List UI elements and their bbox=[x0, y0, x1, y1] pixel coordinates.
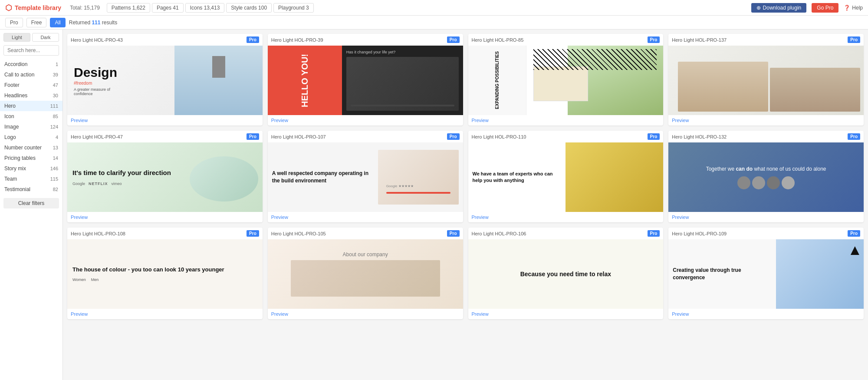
card-image-hol39: HELLO YOU! Has it changed your life yet? bbox=[268, 46, 463, 115]
badge-hol106: Pro bbox=[648, 230, 660, 237]
search-input[interactable] bbox=[3, 45, 59, 56]
sidebar-item-call-to-action[interactable]: Call to action 39 bbox=[0, 69, 62, 80]
preview-link-hol109[interactable]: Preview bbox=[668, 309, 864, 319]
card-header-hol110: Hero Light HOL-PRO-110 Pro bbox=[468, 131, 664, 142]
sidebar: Light Dark Accordion 1 Call to action 39… bbox=[0, 30, 63, 380]
badge-hol108: Pro bbox=[247, 230, 259, 237]
card-image-hol137 bbox=[668, 46, 864, 115]
hol107-headline: A well respected company operating in th… bbox=[272, 170, 375, 185]
sidebar-item-logo[interactable]: Logo 4 bbox=[0, 132, 62, 142]
preview-link-hol85[interactable]: Preview bbox=[468, 115, 664, 126]
light-mode-button[interactable]: Light bbox=[3, 33, 30, 42]
card-header-hol47: Hero Light HOL-PRO-47 Pro bbox=[67, 131, 263, 142]
card-hol137: Hero Light HOL-PRO-137 Pro Preview bbox=[668, 34, 864, 126]
content-area: Hero Light HOL-PRO-43 Pro Design #freedo… bbox=[63, 30, 868, 380]
card-hol106: Hero Light HOL-PRO-106 Pro Because you n… bbox=[468, 228, 664, 319]
sidebar-item-number-counter[interactable]: Number counter 13 bbox=[0, 142, 62, 153]
tab-style-cards[interactable]: Style cards 100 bbox=[226, 3, 272, 13]
badge-hol110: Pro bbox=[648, 133, 660, 140]
card-header-hol108: Hero Light HOL-PRO-108 Pro bbox=[67, 228, 263, 239]
preview-link-hol107[interactable]: Preview bbox=[268, 212, 463, 222]
card-header-hol106: Hero Light HOL-PRO-106 Pro bbox=[468, 228, 664, 239]
results-label: Returned 111 results bbox=[69, 20, 117, 26]
download-plugin-button[interactable]: ⊕ Download plugin bbox=[751, 3, 807, 13]
sidebar-item-footer[interactable]: Footer 47 bbox=[0, 80, 62, 90]
tab-icons[interactable]: Icons 13,413 bbox=[185, 3, 225, 13]
preview-link-hol106[interactable]: Preview bbox=[468, 309, 664, 319]
preview-link-hol47[interactable]: Preview bbox=[67, 212, 263, 222]
badge-hol47: Pro bbox=[247, 133, 259, 140]
filter-all-button[interactable]: All bbox=[50, 18, 65, 27]
dark-mode-button[interactable]: Dark bbox=[32, 33, 59, 42]
card-hol132: Hero Light HOL-PRO-132 Pro Together we c… bbox=[668, 131, 864, 222]
card-title-hol105: Hero Light HOL-PRO-105 bbox=[271, 231, 326, 236]
card-title-hol39: Hero Light HOL-PRO-39 bbox=[271, 37, 323, 43]
preview-link-hol137[interactable]: Preview bbox=[668, 115, 864, 126]
logo-icon: ⬡ bbox=[5, 3, 12, 13]
sidebar-item-testimonial[interactable]: Testimonial 82 bbox=[0, 184, 62, 195]
sidebar-item-hero[interactable]: Hero 111 bbox=[0, 101, 62, 111]
tab-playground[interactable]: Playground 3 bbox=[273, 3, 314, 13]
help-icon: ❓ bbox=[844, 5, 850, 11]
card-header-hol85: Hero Light HOL-PRO-85 Pro bbox=[468, 34, 664, 46]
card-hol43: Hero Light HOL-PRO-43 Pro Design #freedo… bbox=[67, 34, 263, 126]
card-hol85: Hero Light HOL-PRO-85 Pro EXPANDING POSS… bbox=[468, 34, 664, 126]
top-bar: ⬡ Template library Total: 15,179 Pattern… bbox=[0, 0, 868, 16]
card-title-hol107: Hero Light HOL-PRO-107 bbox=[271, 134, 326, 139]
card-hol109: Hero Light HOL-PRO-109 Pro Creating valu… bbox=[668, 228, 864, 319]
badge-hol137: Pro bbox=[848, 36, 860, 43]
card-hol47: Hero Light HOL-PRO-47 Pro It's time to c… bbox=[67, 131, 263, 222]
card-header-hol107: Hero Light HOL-PRO-107 Pro bbox=[268, 131, 463, 142]
badge-hol39: Pro bbox=[447, 36, 460, 43]
sidebar-item-accordion[interactable]: Accordion 1 bbox=[0, 59, 62, 69]
hol108-headline: The house of colour - you too can look 1… bbox=[72, 266, 224, 274]
preview-link-hol39[interactable]: Preview bbox=[268, 115, 463, 126]
preview-link-hol43[interactable]: Preview bbox=[67, 115, 263, 126]
hol43-figure bbox=[212, 56, 225, 78]
preview-link-hol132[interactable]: Preview bbox=[668, 212, 864, 222]
sidebar-item-image[interactable]: Image 124 bbox=[0, 122, 62, 132]
badge-hol107: Pro bbox=[447, 133, 460, 140]
hol47-headline: It's time to clarify your direction bbox=[72, 169, 171, 177]
card-title-hol106: Hero Light HOL-PRO-106 bbox=[472, 231, 526, 236]
hol106-headline: Because you need time to relax bbox=[473, 270, 658, 278]
card-image-hol109: Creating value through true convergence bbox=[668, 239, 864, 309]
preview-link-hol110[interactable]: Preview bbox=[468, 212, 664, 222]
card-image-hol105: About our company bbox=[268, 239, 463, 309]
card-title-hol110: Hero Light HOL-PRO-110 bbox=[472, 134, 526, 139]
hol105-headline: About our company bbox=[343, 251, 388, 258]
card-title-hol108: Hero Light HOL-PRO-108 bbox=[71, 231, 125, 236]
tab-patterns[interactable]: Patterns 1,622 bbox=[107, 3, 150, 13]
card-image-hol43: Design #freedom A greater measure ofconf… bbox=[67, 46, 263, 115]
card-hol110: Hero Light HOL-PRO-110 Pro We have a tea… bbox=[468, 131, 664, 222]
go-pro-button[interactable]: Go Pro bbox=[812, 3, 838, 13]
card-title-hol137: Hero Light HOL-PRO-137 bbox=[672, 37, 727, 43]
sidebar-item-headlines[interactable]: Headlines 30 bbox=[0, 90, 62, 101]
hol132-headline: Together we can do what none of us could… bbox=[706, 165, 826, 173]
hol39-headline: HELLO YOU! bbox=[300, 54, 309, 107]
badge-hol43: Pro bbox=[247, 36, 259, 43]
nav-tabs: Patterns 1,622 Pages 41 Icons 13,413 Sty… bbox=[107, 3, 314, 13]
filter-pro-button[interactable]: Pro bbox=[5, 18, 23, 27]
filter-free-button[interactable]: Free bbox=[26, 18, 47, 27]
tab-pages[interactable]: Pages 41 bbox=[152, 3, 184, 13]
sidebar-item-icon[interactable]: Icon 85 bbox=[0, 111, 62, 122]
card-image-hol106: Because you need time to relax bbox=[468, 239, 664, 309]
sidebar-item-team[interactable]: Team 115 bbox=[0, 174, 62, 184]
badge-hol132: Pro bbox=[848, 133, 860, 140]
sidebar-item-story-mix[interactable]: Story mix 146 bbox=[0, 163, 62, 174]
hol43-headline: Design bbox=[74, 65, 168, 80]
card-image-hol110: We have a team of experts who can help y… bbox=[468, 142, 664, 212]
hol110-headline: We have a team of experts who can help y… bbox=[473, 171, 562, 184]
preview-link-hol108[interactable]: Preview bbox=[67, 309, 263, 319]
badge-hol109: Pro bbox=[848, 230, 860, 237]
card-header-hol39: Hero Light HOL-PRO-39 Pro bbox=[268, 34, 463, 46]
card-image-hol85: EXPANDING POSSIBILITIES bbox=[468, 46, 664, 115]
sidebar-item-pricing-tables[interactable]: Pricing tables 14 bbox=[0, 153, 62, 163]
card-title-hol109: Hero Light HOL-PRO-109 bbox=[672, 231, 727, 236]
help-button[interactable]: ❓ Help bbox=[844, 5, 863, 11]
clear-filters-button[interactable]: Clear filters bbox=[3, 198, 59, 208]
preview-link-hol105[interactable]: Preview bbox=[268, 309, 463, 319]
card-title-hol132: Hero Light HOL-PRO-132 bbox=[672, 134, 727, 139]
badge-hol85: Pro bbox=[648, 36, 660, 43]
